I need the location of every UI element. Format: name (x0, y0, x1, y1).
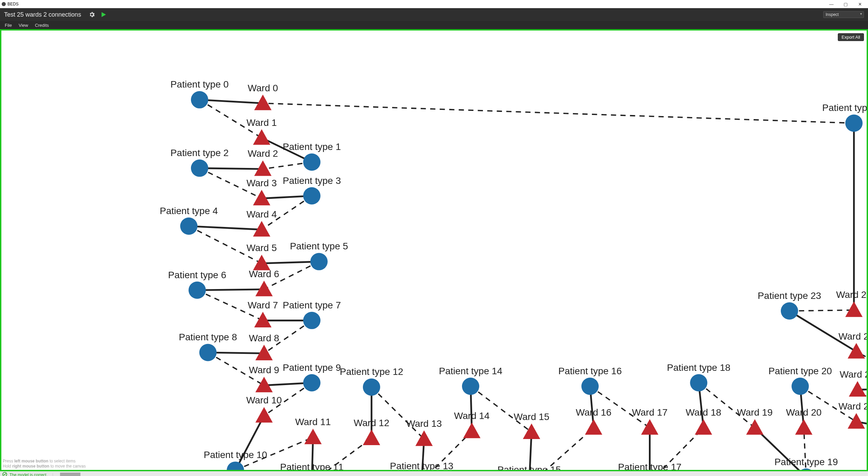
patient-label: Patient type 4 (160, 206, 218, 216)
menu-file[interactable]: File (5, 23, 12, 28)
patient-node[interactable] (189, 282, 206, 299)
patient-node[interactable] (797, 469, 815, 471)
export-all-button[interactable]: Export All (838, 33, 864, 41)
ward-label: Ward 7 (248, 300, 278, 310)
ward-label: Ward 23 (838, 331, 867, 342)
ward-node[interactable] (585, 419, 602, 435)
svg-point-0 (2, 2, 6, 6)
edge[interactable] (699, 383, 755, 428)
patient-label: Patient type 2 (171, 148, 229, 158)
app-icon (1, 2, 6, 6)
graph-canvas-wrap[interactable]: Export All Ward 0Ward 1Ward 2Ward 3Ward … (0, 29, 868, 471)
ward-node[interactable] (363, 430, 380, 445)
edge[interactable] (371, 387, 424, 439)
patient-label: Patient type 6 (168, 270, 227, 280)
window-close-button[interactable]: ✕ (856, 2, 864, 7)
ward-node[interactable] (848, 343, 865, 359)
hint-line-2: Hold right mouse button to move the canv… (3, 464, 86, 469)
edge[interactable] (199, 168, 263, 169)
patient-label: Patient type 11 (280, 462, 344, 471)
ward-label: Ward 11 (295, 417, 331, 427)
patient-node[interactable] (180, 217, 197, 235)
ward-node[interactable] (255, 407, 273, 423)
window-titlebar: BEDS — ▢ ✕ (0, 0, 868, 8)
ward-node[interactable] (845, 301, 863, 317)
ward-node[interactable] (523, 423, 540, 439)
patient-node[interactable] (227, 461, 244, 471)
ward-label: Ward 8 (249, 333, 279, 343)
ward-node[interactable] (253, 129, 270, 145)
ward-label: Ward 12 (354, 418, 389, 428)
ward-label: Ward 17 (632, 407, 668, 418)
ward-node[interactable] (463, 423, 481, 438)
ward-label: Ward 18 (686, 407, 721, 418)
patient-node[interactable] (191, 159, 208, 177)
edge[interactable] (199, 100, 263, 103)
run-play-icon[interactable] (99, 11, 107, 18)
patient-node[interactable] (303, 374, 321, 392)
ward-label: Ward 2 (248, 148, 278, 159)
ward-label: Ward 10 (246, 395, 282, 405)
edge[interactable] (197, 289, 264, 290)
patient-label: Patient type 13 (390, 461, 454, 471)
mouse-hints: Press left mouse button to select items … (3, 458, 86, 470)
ward-label: Ward 9 (249, 365, 279, 375)
patient-label: Patient type 19 (774, 457, 838, 467)
ward-label: Ward 16 (576, 407, 612, 418)
edge[interactable] (263, 103, 854, 123)
ward-label: Ward 1 (247, 117, 277, 128)
window-controls: — ▢ ✕ (827, 2, 867, 7)
patient-node[interactable] (199, 344, 217, 361)
header-bar: Test 25 wards 2 connections Inspect (0, 8, 868, 21)
patient-label: Patient type 10 (204, 450, 267, 460)
menu-view[interactable]: View (19, 23, 28, 28)
ward-node[interactable] (746, 419, 764, 435)
window-maximize-button[interactable]: ▢ (842, 2, 850, 7)
patient-node[interactable] (690, 374, 707, 392)
window-minimize-button[interactable]: — (827, 2, 835, 7)
ward-node[interactable] (304, 429, 322, 444)
status-progress-block (60, 473, 80, 476)
ward-label: Ward 20 (786, 407, 822, 418)
settings-gear-icon[interactable] (89, 11, 95, 18)
patient-label: Patient type 0 (171, 79, 229, 90)
graph-canvas[interactable]: Ward 0Ward 1Ward 2Ward 3Ward 4Ward 5Ward… (1, 31, 867, 471)
ward-label: Ward 14 (454, 411, 490, 421)
status-separator: | (52, 473, 53, 476)
edge[interactable] (470, 386, 532, 432)
inspect-select[interactable]: Inspect (823, 11, 864, 18)
patient-node[interactable] (310, 253, 328, 270)
patient-node[interactable] (581, 378, 599, 395)
patient-node[interactable] (363, 378, 380, 396)
ward-node[interactable] (695, 419, 712, 435)
ward-node[interactable] (416, 431, 433, 446)
patient-label: Patient type 7 (283, 300, 341, 310)
edge[interactable] (789, 310, 854, 311)
patient-node[interactable] (191, 91, 208, 109)
patient-node[interactable] (303, 153, 321, 171)
patient-node[interactable] (303, 187, 321, 205)
ward-label: Ward 15 (514, 412, 549, 422)
ward-label: Ward 4 (247, 209, 277, 220)
menu-bar: File View Credits (0, 21, 868, 29)
edge[interactable] (235, 416, 264, 470)
ward-node[interactable] (795, 419, 812, 435)
edge[interactable] (189, 226, 262, 230)
patient-label: Patient type 9 (283, 362, 341, 373)
patient-label: Patient type 12 (340, 366, 403, 377)
patient-node[interactable] (845, 114, 863, 132)
ward-label: Ward 5 (247, 243, 277, 253)
patient-node[interactable] (792, 378, 809, 395)
patient-label: Patient type 14 (439, 366, 502, 376)
patient-node[interactable] (303, 312, 321, 329)
patient-label: Patient type 1 (283, 141, 341, 152)
patient-label: Patient type 5 (290, 241, 348, 251)
ward-node[interactable] (255, 281, 273, 296)
ward-label: Ward 24 (836, 289, 867, 300)
menu-credits[interactable]: Credits (35, 23, 49, 28)
ward-node[interactable] (641, 419, 658, 435)
ward-node[interactable] (848, 413, 865, 429)
patient-node[interactable] (781, 302, 798, 320)
patient-node[interactable] (462, 378, 479, 395)
status-ok-icon (2, 472, 7, 476)
